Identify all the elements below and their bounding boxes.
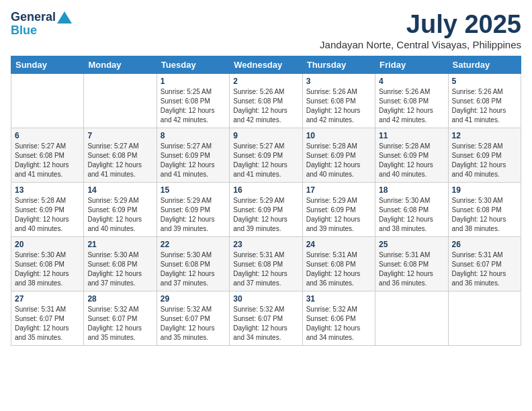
day-cell: 25Sunrise: 5:31 AMSunset: 6:08 PMDayligh… xyxy=(375,236,448,291)
day-cell: 23Sunrise: 5:31 AMSunset: 6:08 PMDayligh… xyxy=(230,236,302,291)
day-cell: 22Sunrise: 5:30 AMSunset: 6:08 PMDayligh… xyxy=(157,236,229,291)
logo-text: General xyxy=(11,11,72,24)
day-cell: 16Sunrise: 5:29 AMSunset: 6:09 PMDayligh… xyxy=(230,182,302,236)
day-info: Sunrise: 5:26 AMSunset: 6:08 PMDaylight:… xyxy=(233,87,298,125)
day-info: Sunrise: 5:27 AMSunset: 6:08 PMDaylight:… xyxy=(87,142,152,179)
location: Jandayan Norte, Central Visayas, Philipp… xyxy=(320,39,521,50)
day-cell: 6Sunrise: 5:27 AMSunset: 6:08 PMDaylight… xyxy=(11,128,84,182)
week-row-4: 20Sunrise: 5:30 AMSunset: 6:08 PMDayligh… xyxy=(11,236,521,291)
day-cell: 1Sunrise: 5:25 AMSunset: 6:08 PMDaylight… xyxy=(157,73,229,128)
day-cell xyxy=(375,291,448,345)
day-number: 10 xyxy=(306,131,371,140)
day-info: Sunrise: 5:30 AMSunset: 6:08 PMDaylight:… xyxy=(452,196,517,234)
col-header-wednesday: Wednesday xyxy=(230,56,302,73)
day-number: 16 xyxy=(233,185,298,195)
day-cell: 31Sunrise: 5:32 AMSunset: 6:06 PMDayligh… xyxy=(302,291,375,345)
day-info: Sunrise: 5:28 AMSunset: 6:09 PMDaylight:… xyxy=(379,142,444,179)
day-number: 22 xyxy=(161,240,226,249)
day-cell: 2Sunrise: 5:26 AMSunset: 6:08 PMDaylight… xyxy=(230,73,302,128)
day-cell: 14Sunrise: 5:29 AMSunset: 6:09 PMDayligh… xyxy=(84,182,157,236)
day-number: 4 xyxy=(379,77,444,86)
day-info: Sunrise: 5:28 AMSunset: 6:09 PMDaylight:… xyxy=(15,196,80,234)
page-header: General Blue July 2025 Jandayan Norte, C… xyxy=(11,11,521,50)
day-info: Sunrise: 5:32 AMSunset: 6:07 PMDaylight:… xyxy=(161,305,226,342)
day-cell: 5Sunrise: 5:26 AMSunset: 6:08 PMDaylight… xyxy=(448,73,521,128)
col-header-monday: Monday xyxy=(84,56,157,73)
day-cell: 29Sunrise: 5:32 AMSunset: 6:07 PMDayligh… xyxy=(157,291,229,345)
col-header-thursday: Thursday xyxy=(302,56,375,73)
day-number: 27 xyxy=(15,294,80,304)
day-cell xyxy=(11,73,84,128)
logo-icon xyxy=(57,11,72,24)
col-header-tuesday: Tuesday xyxy=(157,56,229,73)
day-number: 2 xyxy=(233,77,298,86)
col-header-saturday: Saturday xyxy=(448,56,521,73)
day-info: Sunrise: 5:27 AMSunset: 6:08 PMDaylight:… xyxy=(15,142,80,179)
day-cell: 9Sunrise: 5:27 AMSunset: 6:09 PMDaylight… xyxy=(230,128,302,182)
day-cell: 21Sunrise: 5:30 AMSunset: 6:08 PMDayligh… xyxy=(84,236,157,291)
day-cell: 27Sunrise: 5:31 AMSunset: 6:07 PMDayligh… xyxy=(11,291,84,345)
day-info: Sunrise: 5:30 AMSunset: 6:08 PMDaylight:… xyxy=(15,250,80,288)
day-info: Sunrise: 5:29 AMSunset: 6:09 PMDaylight:… xyxy=(306,196,371,234)
day-info: Sunrise: 5:30 AMSunset: 6:08 PMDaylight:… xyxy=(87,250,152,288)
day-info: Sunrise: 5:26 AMSunset: 6:08 PMDaylight:… xyxy=(452,87,517,125)
day-info: Sunrise: 5:25 AMSunset: 6:08 PMDaylight:… xyxy=(161,87,226,125)
day-cell: 15Sunrise: 5:29 AMSunset: 6:09 PMDayligh… xyxy=(157,182,229,236)
day-number: 24 xyxy=(306,240,371,249)
day-info: Sunrise: 5:31 AMSunset: 6:08 PMDaylight:… xyxy=(233,250,298,288)
calendar-table: SundayMondayTuesdayWednesdayThursdayFrid… xyxy=(11,56,521,346)
day-number: 18 xyxy=(379,185,444,195)
day-number: 23 xyxy=(233,240,298,249)
day-number: 12 xyxy=(452,131,517,140)
day-cell: 10Sunrise: 5:28 AMSunset: 6:09 PMDayligh… xyxy=(302,128,375,182)
calendar-header-row: SundayMondayTuesdayWednesdayThursdayFrid… xyxy=(11,56,521,73)
day-info: Sunrise: 5:32 AMSunset: 6:07 PMDaylight:… xyxy=(87,305,152,342)
day-number: 6 xyxy=(15,131,80,140)
day-info: Sunrise: 5:27 AMSunset: 6:09 PMDaylight:… xyxy=(161,142,226,179)
day-info: Sunrise: 5:26 AMSunset: 6:08 PMDaylight:… xyxy=(379,87,444,125)
month-title: July 2025 xyxy=(320,11,521,39)
day-cell: 8Sunrise: 5:27 AMSunset: 6:09 PMDaylight… xyxy=(157,128,229,182)
day-cell: 26Sunrise: 5:31 AMSunset: 6:07 PMDayligh… xyxy=(448,236,521,291)
day-info: Sunrise: 5:30 AMSunset: 6:08 PMDaylight:… xyxy=(379,196,444,234)
day-info: Sunrise: 5:27 AMSunset: 6:09 PMDaylight:… xyxy=(233,142,298,179)
day-cell: 17Sunrise: 5:29 AMSunset: 6:09 PMDayligh… xyxy=(302,182,375,236)
day-cell: 3Sunrise: 5:26 AMSunset: 6:08 PMDaylight… xyxy=(302,73,375,128)
day-info: Sunrise: 5:31 AMSunset: 6:07 PMDaylight:… xyxy=(15,305,80,342)
day-cell xyxy=(84,73,157,128)
day-info: Sunrise: 5:31 AMSunset: 6:08 PMDaylight:… xyxy=(306,250,371,288)
day-info: Sunrise: 5:32 AMSunset: 6:07 PMDaylight:… xyxy=(233,305,298,342)
day-cell xyxy=(448,291,521,345)
day-number: 5 xyxy=(452,77,517,86)
day-number: 7 xyxy=(87,131,152,140)
day-number: 19 xyxy=(452,185,517,195)
day-number: 25 xyxy=(379,240,444,249)
day-cell: 19Sunrise: 5:30 AMSunset: 6:08 PMDayligh… xyxy=(448,182,521,236)
day-number: 1 xyxy=(161,77,226,86)
day-cell: 13Sunrise: 5:28 AMSunset: 6:09 PMDayligh… xyxy=(11,182,84,236)
day-number: 13 xyxy=(15,185,80,195)
week-row-5: 27Sunrise: 5:31 AMSunset: 6:07 PMDayligh… xyxy=(11,291,521,345)
day-number: 21 xyxy=(87,240,152,249)
logo-blue: Blue xyxy=(11,24,72,36)
day-cell: 18Sunrise: 5:30 AMSunset: 6:08 PMDayligh… xyxy=(375,182,448,236)
day-number: 15 xyxy=(161,185,226,195)
day-number: 17 xyxy=(306,185,371,195)
day-info: Sunrise: 5:28 AMSunset: 6:09 PMDaylight:… xyxy=(306,142,371,179)
day-info: Sunrise: 5:28 AMSunset: 6:09 PMDaylight:… xyxy=(452,142,517,179)
day-cell: 24Sunrise: 5:31 AMSunset: 6:08 PMDayligh… xyxy=(302,236,375,291)
svg-marker-0 xyxy=(57,11,72,24)
day-number: 14 xyxy=(87,185,152,195)
day-number: 30 xyxy=(233,294,298,304)
day-number: 8 xyxy=(161,131,226,140)
day-cell: 28Sunrise: 5:32 AMSunset: 6:07 PMDayligh… xyxy=(84,291,157,345)
day-number: 20 xyxy=(15,240,80,249)
week-row-2: 6Sunrise: 5:27 AMSunset: 6:08 PMDaylight… xyxy=(11,128,521,182)
col-header-sunday: Sunday xyxy=(11,56,84,73)
day-info: Sunrise: 5:29 AMSunset: 6:09 PMDaylight:… xyxy=(233,196,298,234)
week-row-1: 1Sunrise: 5:25 AMSunset: 6:08 PMDaylight… xyxy=(11,73,521,128)
day-info: Sunrise: 5:31 AMSunset: 6:08 PMDaylight:… xyxy=(379,250,444,288)
day-number: 31 xyxy=(306,294,371,304)
day-info: Sunrise: 5:32 AMSunset: 6:06 PMDaylight:… xyxy=(306,305,371,342)
day-number: 11 xyxy=(379,131,444,140)
